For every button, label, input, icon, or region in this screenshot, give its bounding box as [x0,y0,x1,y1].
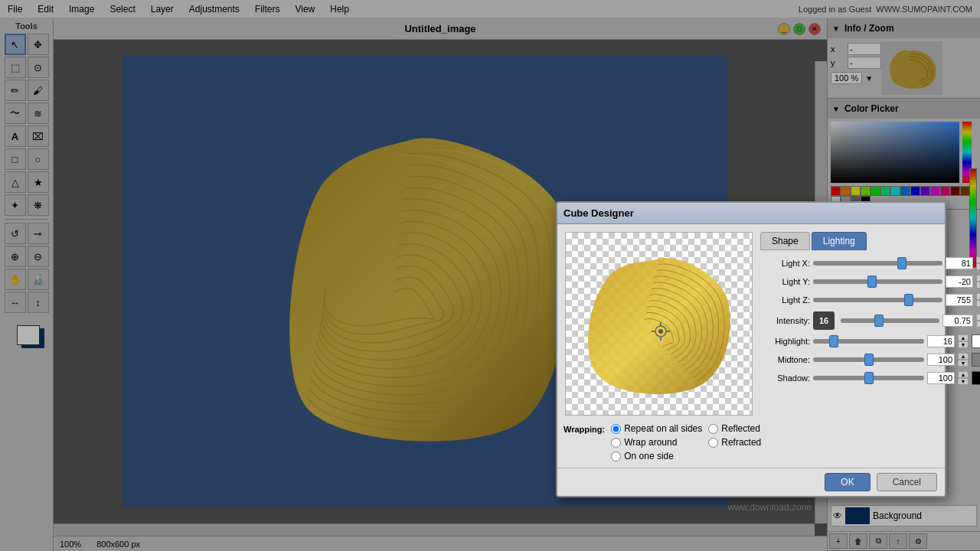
light-z-value[interactable] [946,294,973,306]
intensity-badge: 16 [813,311,835,330]
light-y-down[interactable]: ▼ [976,282,980,289]
light-y-up[interactable]: ▲ [976,275,980,282]
wrap-reflected[interactable]: Reflected [708,423,761,434]
wrap-repeat[interactable]: Repeat on all sides [611,423,702,434]
light-x-label: Light X: [760,259,810,268]
shadow-slider[interactable] [813,376,924,380]
highlight-up[interactable]: ▲ [958,334,969,341]
wrapping-title: Wrapping: [564,423,605,434]
wrapping-section: Wrapping: Repeat on all sides Wrap aroun… [557,423,945,468]
cancel-button[interactable]: Cancel [877,473,937,491]
light-x-spinner: ▲ ▼ [976,256,980,270]
midtone-slider[interactable] [813,357,924,362]
midtone-row: Midtone: ▲ ▼ [760,353,980,367]
wrapping-options-right: Reflected Refracted [708,423,761,448]
shadow-value[interactable] [927,372,955,384]
tab-shape[interactable]: Shape [760,232,810,250]
midtone-color-swatch[interactable] [972,353,980,367]
light-x-up[interactable]: ▲ [976,256,980,263]
midtone-up[interactable]: ▲ [958,353,969,360]
highlight-down[interactable]: ▼ [958,341,969,348]
highlight-row: Highlight: ▲ ▼ [760,334,980,348]
shadow-color-swatch[interactable] [972,371,980,385]
light-x-row: Light X: ▲ ▼ [760,256,980,270]
shadow-spinner: ▲ ▼ [958,371,969,385]
light-z-row: Light Z: ▲ ▼ [760,293,980,307]
light-z-spinner: ▲ ▼ [976,293,980,307]
tab-row: Shape Lighting [760,232,980,250]
shadow-row: Shadow: ▲ ▼ [760,371,980,385]
wrap-repeat-label: Repeat on all sides [624,423,702,434]
wrap-reflected-label: Reflected [721,423,760,434]
midtone-spinner: ▲ ▼ [958,353,969,367]
intensity-spinner: ▲ ▼ [976,314,980,328]
light-z-down[interactable]: ▼ [976,300,980,307]
light-z-up[interactable]: ▲ [976,293,980,300]
light-x-value[interactable] [946,257,973,269]
wrap-oneside[interactable]: On one side [611,451,702,461]
midtone-label: Midtone: [760,355,810,364]
dialog-footer: OK Cancel [557,468,945,496]
intensity-up[interactable]: ▲ [976,314,980,321]
tab-lighting[interactable]: Lighting [812,232,867,250]
wrap-oneside-label: On one side [624,451,674,461]
wrap-repeat-radio[interactable] [611,424,621,434]
dialog-preview [565,232,753,416]
dialog-title: Cube Designer [557,203,945,224]
intensity-label: Intensity: [760,316,810,325]
light-y-slider[interactable] [813,279,942,284]
light-z-slider[interactable] [813,298,942,302]
shadow-down[interactable]: ▼ [958,378,969,385]
cube-designer-dialog: Cube Designer [556,201,946,497]
dialog-preview-art [583,243,736,404]
wrap-refracted[interactable]: Refracted [708,437,761,448]
wrap-around-label: Wrap around [624,437,677,448]
shadow-up[interactable]: ▲ [958,371,969,378]
midtone-value[interactable] [927,354,955,366]
highlight-slider[interactable] [813,339,924,344]
light-y-label: Light Y: [760,277,810,286]
wrap-reflected-radio[interactable] [708,424,718,434]
light-z-label: Light Z: [760,295,810,305]
highlight-value[interactable] [927,335,955,347]
wrap-refracted-label: Refracted [721,437,761,448]
wrap-around[interactable]: Wrap around [611,437,702,448]
intensity-row: Intensity: 16 ▲ ▼ [760,311,980,330]
ok-button[interactable]: OK [825,473,870,491]
highlight-label: Highlight: [760,337,810,346]
shadow-label: Shadow: [760,373,810,383]
highlight-color-swatch[interactable] [972,334,980,348]
svg-point-1 [658,329,663,334]
intensity-slider[interactable] [841,318,939,323]
light-y-row: Light Y: ▲ ▼ [760,275,980,289]
light-y-value[interactable] [946,276,973,288]
wrapping-options-left: Repeat on all sides Wrap around On one s… [611,423,702,461]
dialog-title-text: Cube Designer [564,207,634,219]
light-x-down[interactable]: ▼ [976,263,980,270]
dialog-controls: Shape Lighting Light X: ▲ ▼ Light Y: [760,232,980,416]
light-y-spinner: ▲ ▼ [976,275,980,289]
midtone-down[interactable]: ▼ [958,360,969,367]
intensity-down[interactable]: ▼ [976,321,980,328]
intensity-value[interactable] [942,315,973,327]
dialog-overlay: Cube Designer [0,0,980,551]
wrap-around-radio[interactable] [611,438,621,448]
wrap-oneside-radio[interactable] [611,452,621,461]
dialog-body: Shape Lighting Light X: ▲ ▼ Light Y: [557,224,945,423]
highlight-spinner: ▲ ▼ [958,334,969,348]
light-x-slider[interactable] [813,261,942,266]
wrap-refracted-radio[interactable] [708,438,718,448]
